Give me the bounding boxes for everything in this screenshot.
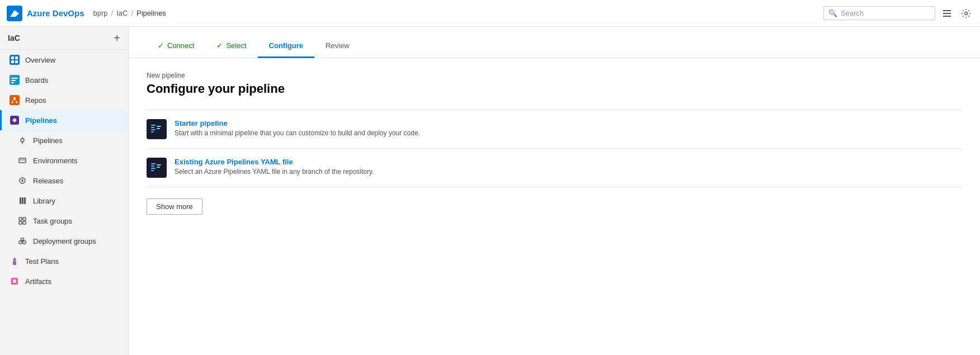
pipeline-options-list: Starter pipeline Start with a minimal pi… bbox=[147, 110, 962, 187]
topbar-actions bbox=[940, 6, 973, 21]
environments-icon bbox=[17, 155, 27, 165]
brand-label: Azure DevOps bbox=[27, 8, 84, 18]
artifacts-icon bbox=[10, 276, 20, 286]
sidebar-item-artifacts-label: Artifacts bbox=[25, 277, 51, 286]
pipelines-header-icon bbox=[10, 115, 20, 125]
wizard-step-configure[interactable]: Configure bbox=[258, 41, 314, 58]
svg-point-15 bbox=[16, 102, 18, 103]
svg-line-16 bbox=[12, 100, 15, 102]
boards-icon bbox=[10, 75, 20, 85]
sidebar-item-artifacts[interactable]: Artifacts bbox=[0, 271, 128, 291]
svg-rect-22 bbox=[19, 158, 26, 163]
pipeline-option-starter[interactable]: Starter pipeline Start with a minimal pi… bbox=[147, 110, 962, 149]
sidebar-item-deployment-groups-label: Deployment groups bbox=[33, 237, 96, 245]
topbar: Azure DevOps bprp / IaC / Pipelines 🔍 bbox=[0, 0, 980, 27]
svg-rect-51 bbox=[157, 167, 160, 168]
starter-pipeline-icon bbox=[147, 119, 167, 139]
wizard-step-select[interactable]: ✓ Select bbox=[205, 41, 257, 58]
svg-rect-32 bbox=[19, 241, 22, 244]
svg-rect-47 bbox=[151, 165, 154, 167]
sidebar-item-test-plans[interactable]: Test Plans bbox=[0, 251, 128, 271]
breadcrumb-item-3: Pipelines bbox=[136, 9, 166, 17]
sidebar-item-pipelines-header[interactable]: Pipelines bbox=[0, 110, 128, 130]
new-pipeline-label: New pipeline bbox=[147, 72, 962, 79]
svg-rect-44 bbox=[157, 126, 161, 127]
sidebar-item-library-label: Library bbox=[33, 197, 55, 205]
page-title: Configure your pipeline bbox=[147, 82, 962, 96]
existing-yaml-desc: Select an Azure Pipelines YAML file in a… bbox=[175, 168, 374, 176]
settings-button[interactable] bbox=[959, 6, 973, 21]
sidebar-item-environments[interactable]: Environments bbox=[0, 150, 128, 171]
sidebar-item-overview[interactable]: Overview bbox=[0, 50, 128, 70]
svg-rect-33 bbox=[23, 241, 26, 244]
svg-rect-46 bbox=[151, 163, 156, 164]
pipelines-icon bbox=[17, 135, 27, 145]
search-icon: 🔍 bbox=[828, 9, 837, 17]
svg-rect-37 bbox=[13, 261, 16, 265]
svg-rect-7 bbox=[15, 56, 18, 59]
wizard-step-select-label: Select bbox=[226, 41, 246, 50]
svg-rect-31 bbox=[23, 221, 26, 224]
starter-pipeline-text: Starter pipeline Start with a minimal pi… bbox=[175, 119, 420, 137]
connect-check-icon: ✓ bbox=[158, 41, 164, 50]
svg-rect-26 bbox=[22, 197, 23, 204]
sidebar-item-releases[interactable]: Releases bbox=[0, 171, 128, 191]
search-box[interactable]: 🔍 bbox=[823, 6, 935, 20]
sidebar-item-overview-label: Overview bbox=[25, 56, 55, 64]
svg-point-1 bbox=[13, 12, 16, 15]
releases-icon bbox=[17, 176, 27, 186]
page-content: New pipeline Configure your pipeline bbox=[129, 58, 980, 228]
svg-rect-49 bbox=[151, 170, 154, 171]
deployment-groups-icon bbox=[17, 236, 27, 246]
sidebar-item-repos[interactable]: Repos bbox=[0, 90, 128, 110]
add-project-button[interactable]: + bbox=[114, 32, 120, 44]
sidebar-item-library[interactable]: Library bbox=[0, 191, 128, 211]
wizard-step-connect-label: Connect bbox=[167, 41, 194, 50]
wizard-step-connect[interactable]: ✓ Connect bbox=[147, 41, 205, 58]
svg-rect-40 bbox=[151, 125, 156, 126]
gear-icon bbox=[961, 8, 971, 18]
svg-rect-34 bbox=[21, 238, 24, 240]
sidebar-item-test-plans-label: Test Plans bbox=[25, 257, 59, 266]
wizard-step-review[interactable]: Review bbox=[314, 41, 361, 58]
sidebar-item-deployment-groups[interactable]: Deployment groups bbox=[0, 231, 128, 251]
breadcrumb-item-1[interactable]: bprp bbox=[93, 9, 108, 17]
existing-yaml-icon bbox=[147, 158, 167, 178]
svg-rect-42 bbox=[151, 129, 156, 130]
svg-point-19 bbox=[21, 139, 24, 142]
search-input[interactable] bbox=[841, 9, 930, 17]
sidebar-item-boards[interactable]: Boards bbox=[0, 70, 128, 90]
svg-rect-3 bbox=[943, 13, 951, 14]
brand[interactable]: Azure DevOps bbox=[7, 6, 84, 21]
sidebar-item-task-groups-label: Task groups bbox=[33, 217, 72, 225]
svg-rect-28 bbox=[19, 217, 22, 220]
sidebar-item-pipelines-header-label: Pipelines bbox=[25, 116, 57, 125]
view-toggle-button[interactable] bbox=[940, 6, 954, 21]
sidebar-item-task-groups[interactable]: Task groups bbox=[0, 211, 128, 231]
sidebar-item-repos-label: Repos bbox=[25, 96, 46, 105]
sidebar-project: IaC + bbox=[0, 27, 128, 50]
existing-yaml-text: Existing Azure Pipelines YAML file Selec… bbox=[175, 158, 374, 176]
breadcrumb-item-2[interactable]: IaC bbox=[116, 9, 128, 17]
svg-rect-6 bbox=[11, 56, 14, 59]
starter-pipeline-desc: Start with a minimal pipeline that you c… bbox=[175, 129, 420, 137]
sidebar-item-boards-label: Boards bbox=[25, 76, 48, 84]
show-more-button[interactable]: Show more bbox=[147, 198, 202, 215]
select-check-icon: ✓ bbox=[216, 41, 223, 50]
svg-rect-41 bbox=[151, 127, 154, 128]
breadcrumb: bprp / IaC / Pipelines bbox=[93, 9, 823, 17]
sidebar-item-releases-label: Releases bbox=[33, 177, 63, 185]
repos-icon bbox=[10, 95, 20, 105]
sidebar-item-pipelines[interactable]: Pipelines bbox=[0, 130, 128, 150]
svg-line-17 bbox=[15, 100, 17, 102]
starter-pipeline-title: Starter pipeline bbox=[175, 119, 420, 127]
project-name: IaC bbox=[8, 34, 20, 42]
svg-rect-4 bbox=[943, 16, 951, 17]
wizard-step-review-label: Review bbox=[326, 41, 350, 50]
pipeline-option-existing-yaml[interactable]: Existing Azure Pipelines YAML file Selec… bbox=[147, 149, 962, 187]
main-content: ✓ Connect ✓ Select Configure Review New … bbox=[129, 27, 980, 355]
svg-point-5 bbox=[965, 12, 968, 15]
task-groups-icon bbox=[17, 216, 27, 226]
sidebar-item-pipelines-label: Pipelines bbox=[33, 136, 63, 145]
svg-point-14 bbox=[12, 102, 13, 103]
